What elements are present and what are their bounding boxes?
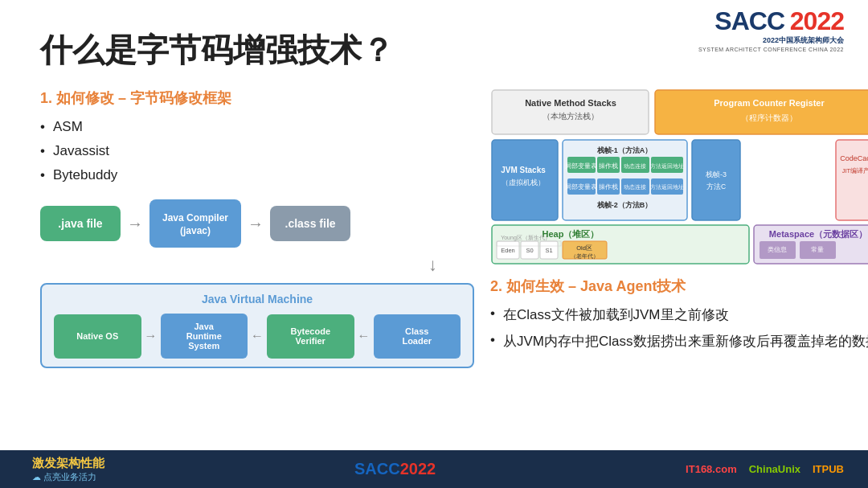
native-os-box: Native OS — [54, 314, 141, 359]
slogan1: 激发架构性能 — [32, 456, 104, 471]
partner-chinaunix: ChinaUnix — [749, 463, 800, 475]
partner-itpub: ITPUB — [813, 463, 844, 475]
bullet-javassist: Javassist — [40, 143, 474, 159]
verifier-box: Bytecode Verifier — [267, 314, 354, 359]
svg-text:操作栈: 操作栈 — [599, 183, 618, 191]
svg-text:S1: S1 — [545, 247, 552, 254]
svg-text:局部变量表: 局部变量表 — [565, 183, 597, 191]
svg-text:（本地方法栈）: （本地方法栈） — [542, 112, 599, 121]
svg-rect-28 — [692, 140, 740, 220]
logo-area: SACC 2022 2022中国系统架构师大会 SYSTEM ARCHITECT… — [698, 8, 844, 52]
svg-text:类信息: 类信息 — [768, 246, 787, 253]
jvm-arrow1: → — [141, 329, 161, 343]
bottom-year: 2022 — [400, 460, 436, 478]
svg-text:动态连接: 动态连接 — [624, 184, 646, 190]
java-file-box: .java file — [40, 206, 121, 241]
section1-heading: 1. 如何修改 – 字节码修改框架 — [40, 88, 474, 108]
slogan2: ☁ 点亮业务活力 — [32, 471, 104, 483]
bullet-asm: ASM — [40, 119, 474, 135]
svg-text:方法返回地址: 方法返回地址 — [650, 163, 684, 169]
right-column: Native Method Stacks （本地方法栈） Program Cou… — [490, 88, 868, 368]
class-file-box: .class file — [270, 206, 350, 241]
bullet-list-section1: ASM Javassist Bytebuddy — [40, 119, 474, 183]
sacc-logo-title: SACC 2022 — [714, 8, 844, 34]
flow-diagram: .java file → Java Compiler(javac) → .cla… — [40, 199, 474, 368]
content-grid: 1. 如何修改 – 字节码修改框架 ASM Javassist Bytebudd… — [40, 88, 828, 368]
jvm-memory-diagram: Native Method Stacks （本地方法栈） Program Cou… — [490, 88, 868, 265]
svg-text:Heap（堆区）: Heap（堆区） — [542, 229, 600, 239]
section2-heading: 2. 如何生效 – Java Agent技术 — [490, 277, 868, 296]
partner-it168: IT168.com — [686, 463, 737, 475]
left-column: 1. 如何修改 – 字节码修改框架 ASM Javassist Bytebudd… — [40, 88, 474, 368]
svg-rect-51 — [836, 140, 868, 220]
bottom-center: SACC 2022 — [354, 460, 436, 478]
jvm-outer: Java Virtual Machine Native OS → Java Ru… — [40, 283, 474, 368]
arrow1: → — [121, 215, 149, 232]
jvm-title: Java Virtual Machine — [54, 293, 461, 306]
sacc-logo: SACC 2022 2022中国系统架构师大会 SYSTEM ARCHITECT… — [698, 8, 844, 52]
svg-text:栈帧-1（方法A）: 栈帧-1（方法A） — [596, 146, 653, 154]
svg-text:常量: 常量 — [811, 246, 824, 253]
svg-text:Program Counter Register: Program Counter Register — [714, 98, 825, 108]
flow-boxes-top: .java file → Java Compiler(javac) → .cla… — [40, 199, 474, 248]
svg-text:Native Method Stacks: Native Method Stacks — [525, 98, 616, 108]
svg-text:Eden: Eden — [501, 247, 515, 254]
svg-text:操作栈: 操作栈 — [599, 162, 618, 170]
svg-text:方法返回地址: 方法返回地址 — [650, 184, 684, 190]
svg-text:（老年代）: （老年代） — [571, 253, 599, 260]
sacc-subtitle-en: SYSTEM ARCHITECT CONFERENCE CHINA 2022 — [698, 47, 844, 52]
svg-text:Young区（新生代）: Young区（新生代） — [501, 235, 551, 241]
loader-box: Class Loader — [374, 314, 461, 359]
runtime-box: Java Runtime System — [161, 314, 248, 359]
slide-container: SACC 2022 2022中国系统架构师大会 SYSTEM ARCHITECT… — [0, 0, 868, 450]
svg-text:CodeCache: CodeCache — [840, 154, 868, 162]
svg-text:（程序计数器）: （程序计数器） — [741, 113, 797, 122]
jvm-inner-boxes: Native OS → Java Runtime System ← Byteco… — [54, 314, 461, 359]
down-arrow: → — [423, 257, 444, 275]
bottom-sacc: SACC — [354, 460, 400, 478]
svg-text:JVM Stacks: JVM Stacks — [501, 166, 546, 174]
jvm-arrow2: ← — [248, 329, 267, 343]
arrow2: → — [241, 215, 270, 232]
down-arrow-area: → — [40, 256, 474, 277]
svg-text:S0: S0 — [526, 247, 533, 254]
bullet-java-agent-1: 在Class文件被加载到JVM里之前修改 — [490, 306, 868, 324]
bottom-left: 激发架构性能 ☁ 点亮业务活力 — [32, 456, 104, 483]
bullet-list-section2: 在Class文件被加载到JVM里之前修改 从JVM内存中把Class数据捞出来重… — [490, 306, 868, 351]
svg-text:栈帧-3: 栈帧-3 — [705, 170, 727, 178]
bullet-bytebuddy: Bytebuddy — [40, 167, 474, 183]
bottom-bar: 激发架构性能 ☁ 点亮业务活力 SACC 2022 IT168.com Chin… — [0, 450, 868, 488]
bullet-java-agent-2: 从JVM内存中把Class数据捞出来重新修改后再覆盖掉老的数据 — [490, 332, 868, 351]
svg-text:动态连接: 动态连接 — [624, 163, 646, 169]
svg-text:Metaspace（元数据区）: Metaspace（元数据区） — [769, 229, 867, 239]
jvm-arrow3: ← — [354, 329, 374, 343]
svg-text:局部变量表: 局部变量表 — [565, 162, 597, 170]
svg-text:栈帧-2（方法B）: 栈帧-2（方法B） — [596, 200, 653, 209]
bottom-right: IT168.com ChinaUnix ITPUB — [686, 463, 844, 475]
section2: 2. 如何生效 – Java Agent技术 在Class文件被加载到JVM里之… — [490, 277, 868, 351]
svg-text:（虚拟机栈）: （虚拟机栈） — [502, 178, 545, 187]
svg-text:JIT编译产物: JIT编译产物 — [842, 167, 868, 174]
svg-text:Old区: Old区 — [576, 244, 592, 252]
svg-rect-3 — [655, 90, 868, 134]
compiler-box: Java Compiler(javac) — [149, 199, 241, 248]
sacc-subtitle: 2022中国系统架构师大会 — [763, 35, 844, 46]
svg-text:方法C: 方法C — [706, 182, 726, 191]
